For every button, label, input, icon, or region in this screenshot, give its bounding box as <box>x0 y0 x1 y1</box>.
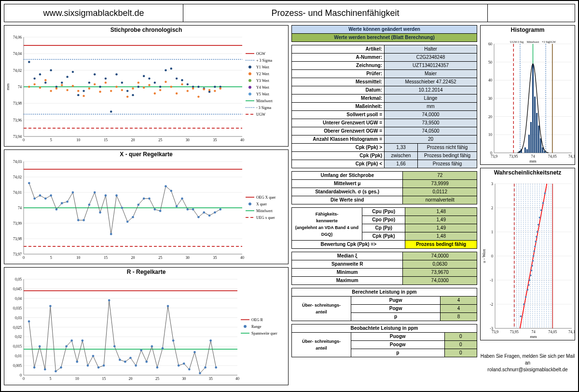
svg-text:40: 40 <box>235 377 239 381</box>
chart-range: R - Regelkarte 00,0050,010,0150,020,0250… <box>4 267 289 385</box>
svg-point-53 <box>148 78 150 80</box>
svg-point-60 <box>187 83 189 85</box>
svg-point-44 <box>99 86 101 88</box>
svg-text:UGW: UGW <box>510 41 517 43</box>
svg-text:UGW: UGW <box>256 112 266 117</box>
svg-point-80 <box>99 91 101 93</box>
svg-point-252 <box>145 361 148 363</box>
svg-text:+ 3 Sigma: + 3 Sigma <box>256 58 272 63</box>
svg-point-241 <box>87 365 89 367</box>
meta-Messmittel[interactable]: Messschieber 47.22452 <box>385 78 477 86</box>
svg-point-268 <box>244 325 247 328</box>
svg-text:10: 10 <box>488 133 492 137</box>
meta-OGW[interactable]: 74,0500 <box>385 127 477 135</box>
meta-Prüfer[interactable]: Maier <box>385 70 477 78</box>
svg-point-230 <box>28 320 30 323</box>
svg-text:0: 0 <box>491 254 493 258</box>
svg-text:Y1 Wert: Y1 Wert <box>256 65 270 69</box>
legend-table: Werte können geändert werden Werte werde… <box>291 25 477 42</box>
svg-rect-315 <box>540 138 541 153</box>
svg-point-69 <box>39 87 41 89</box>
meta-Zeichnung[interactable]: UZT1340124357 <box>385 62 477 70</box>
svg-point-37 <box>61 81 63 83</box>
svg-point-237 <box>65 345 68 348</box>
svg-text:Spannweite quer: Spannweite quer <box>251 331 277 336</box>
svg-text:Mittelwert: Mittelwert <box>256 99 273 103</box>
svg-point-35 <box>50 69 52 71</box>
svg-point-31 <box>28 61 30 63</box>
svg-point-231 <box>33 366 36 369</box>
meta-Klassen[interactable]: 20 <box>385 135 477 144</box>
svg-point-59 <box>181 79 183 81</box>
svg-point-372 <box>533 250 535 252</box>
svg-point-81 <box>105 81 107 83</box>
svg-point-71 <box>50 90 52 92</box>
svg-point-242 <box>92 355 95 357</box>
svg-point-84 <box>121 89 123 91</box>
meta-UGW[interactable]: 73,9500 <box>385 119 477 127</box>
meta-A-Nummer[interactable]: C2G2348248 <box>385 54 477 62</box>
svg-point-97 <box>192 87 194 89</box>
svg-text:74,02: 74,02 <box>13 68 22 73</box>
svg-point-260 <box>188 368 191 371</box>
svg-point-95 <box>181 83 183 85</box>
svg-text:u - Wert: u - Wert <box>482 249 486 263</box>
svg-text:30: 30 <box>186 256 190 260</box>
svg-point-52 <box>143 75 145 77</box>
svg-point-264 <box>209 339 212 342</box>
meta-Sollwert[interactable]: 74,0000 <box>385 111 477 119</box>
svg-text:0,01: 0,01 <box>15 354 22 358</box>
svg-text:OGW: OGW <box>549 41 556 43</box>
header-bar: www.sixsigmablackbelt.de Prozess- und Ma… <box>4 4 575 22</box>
svg-text:OEG R: OEG R <box>251 318 263 322</box>
svg-point-234 <box>49 305 52 307</box>
svg-rect-314 <box>538 126 539 153</box>
svg-point-365 <box>528 284 530 286</box>
svg-point-379 <box>540 209 542 211</box>
svg-point-164 <box>99 211 101 214</box>
meta-Datum[interactable]: 10.12.2014 <box>385 86 477 95</box>
svg-text:74,1: 74,1 <box>568 330 575 334</box>
svg-point-261 <box>193 351 196 353</box>
svg-text:Y5 Wert: Y5 Wert <box>256 92 270 96</box>
svg-text:mm: mm <box>530 334 537 339</box>
meta-table: Artikel:HalterA-Nummer:C2G2348248Zeichnu… <box>291 45 477 168</box>
svg-text:40: 40 <box>240 256 244 260</box>
svg-point-99 <box>203 88 205 90</box>
svg-point-253 <box>151 345 153 348</box>
svg-point-76 <box>77 90 79 92</box>
svg-text:25: 25 <box>158 138 162 142</box>
svg-point-32 <box>33 78 35 80</box>
svg-text:73,96: 73,96 <box>13 118 22 122</box>
svg-text:74,05: 74,05 <box>548 154 557 159</box>
svg-text:0,045: 0,045 <box>13 287 22 291</box>
svg-point-259 <box>183 363 185 365</box>
svg-point-249 <box>129 357 132 359</box>
svg-point-102 <box>220 87 221 89</box>
svg-text:74,05: 74,05 <box>548 330 557 334</box>
meta-Artikel[interactable]: Halter <box>385 45 477 54</box>
svg-rect-307 <box>524 148 526 153</box>
svg-text:-2: -2 <box>490 302 493 307</box>
svg-point-367 <box>530 274 532 276</box>
svg-text:0,02: 0,02 <box>15 335 22 339</box>
svg-text:50: 50 <box>488 60 492 65</box>
svg-point-246 <box>113 345 116 348</box>
svg-point-85 <box>126 95 128 97</box>
svg-point-172 <box>143 198 145 200</box>
meta-Maßeinheit[interactable]: mm <box>385 103 477 111</box>
svg-text:35: 35 <box>213 138 217 142</box>
svg-text:30: 30 <box>186 138 190 142</box>
svg-text:10: 10 <box>76 256 80 260</box>
svg-point-77 <box>83 95 84 97</box>
svg-text:30: 30 <box>182 377 186 381</box>
svg-point-48 <box>121 81 123 83</box>
svg-point-115 <box>248 93 251 95</box>
svg-point-68 <box>33 83 35 85</box>
svg-point-380 <box>542 202 544 204</box>
chart-histogram: Histogramm 010203040506073,973,957474,05… <box>480 25 575 165</box>
svg-point-100 <box>208 89 210 91</box>
svg-rect-316 <box>542 148 543 153</box>
svg-point-165 <box>105 194 107 197</box>
meta-Merkmal[interactable]: Länge <box>385 95 477 103</box>
